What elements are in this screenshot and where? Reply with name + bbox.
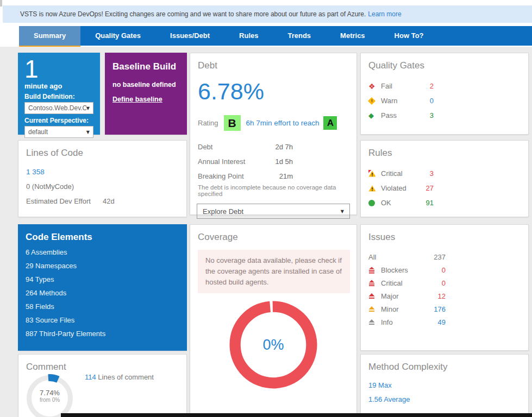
fields-item[interactable]: 58 Fields (26, 302, 187, 311)
fail-row: ❖ Fail 2 (361, 79, 528, 93)
baseline-build-card: Baseline Build no baseline defined Defin… (105, 53, 187, 135)
methods-item[interactable]: 264 Methods (26, 289, 187, 297)
pass-count[interactable]: 3 (410, 111, 434, 119)
card-title: Quality Gates (361, 53, 528, 71)
coverage-donut-chart: 0% (226, 297, 321, 393)
warn-icon: ! (368, 98, 377, 104)
pass-row: ◆ Pass 3 (361, 108, 528, 123)
breaking-point-row: Breaking Point 21m (190, 169, 356, 184)
stat-label: Critical (381, 169, 410, 178)
dev-effort-value: 42d (103, 197, 115, 205)
third-party-item[interactable]: 887 Third-Party Elements (26, 330, 187, 338)
comment-count-label: Lines of comment (96, 373, 154, 381)
card-title: Comment (18, 355, 186, 372)
dev-effort-row: Estimated Dev Effort 42d (26, 197, 186, 205)
method-complexity-card: Method Complexity 19 Max 1.56 Average (360, 354, 529, 417)
effort-to-reach-link[interactable]: 6h 7min effort to reach (246, 119, 320, 127)
coverage-percent: 0% (226, 297, 321, 393)
card-title: Lines of Code (18, 141, 186, 159)
issues-rows: All 237 Blockers 0 (361, 250, 528, 328)
pass-icon: ◆ (368, 111, 377, 119)
rating-label: Rating (198, 119, 218, 127)
coverage-card: Coverage No coverage data available, ple… (190, 224, 357, 414)
critical-issues-row: Critical 0 (361, 276, 528, 289)
comment-count-row: 114 Lines of comment (85, 373, 154, 381)
metric-label: Debt (198, 143, 275, 151)
learn-more-link[interactable]: Learn more (368, 10, 401, 18)
tab-quality-gates[interactable]: Quality Gates (80, 26, 155, 46)
stat-label: Warn (381, 97, 410, 105)
debt-percent: 6.78% (198, 79, 356, 104)
stat-label: Pass (381, 111, 410, 119)
stat-label: Minor (381, 305, 422, 313)
tab-bar: Summary Quality Gates Issues/Debt Rules … (19, 26, 532, 46)
stat-label: OK (381, 199, 410, 207)
ok-rules-count[interactable]: 91 (410, 199, 434, 207)
rating-a-badge: A (323, 116, 337, 130)
lines-of-code-card: Lines of Code 1 358 0 (NotMyCode) Estima… (18, 140, 187, 217)
rules-rows: Critical 3 Violated 27 OK 91 (361, 166, 528, 210)
minor-icon (368, 306, 377, 313)
violated-rules-count[interactable]: 27 (410, 184, 434, 192)
tab-how-to[interactable]: How To? (380, 26, 439, 46)
average-complexity-link[interactable]: 1.56 Average (368, 395, 528, 403)
debt-metrics: Debt 2d 7h Annual Interest 1d 5h Breakin… (190, 140, 356, 184)
info-issues-count[interactable]: 49 (422, 318, 446, 326)
comment-percent: 7.74% (24, 389, 76, 397)
comment-baseline: from 0% (24, 397, 76, 403)
all-issues-row: All 237 (361, 250, 528, 263)
tab-issues-debt[interactable]: Issues/Debt (155, 26, 224, 46)
debt-rating-row: Rating B 6h 7min effort to reach A (198, 115, 356, 131)
chevron-down-icon: ▼ (341, 209, 344, 214)
loc-count-link[interactable]: 1 358 (26, 168, 186, 176)
tab-trends[interactable]: Trends (273, 26, 326, 46)
define-baseline-link[interactable]: Define baseline (112, 96, 162, 103)
metric-value: 21m (279, 172, 293, 180)
explore-debt-dropdown[interactable]: Explore Debt ▼ (197, 204, 350, 219)
announcement-banner: VSTS is now Azure DevOps! Exciting chang… (3, 5, 532, 23)
ok-rules-row: OK 91 (361, 195, 528, 210)
fail-count[interactable]: 2 (410, 82, 434, 90)
max-complexity-link[interactable]: 19 Max (368, 381, 528, 389)
issues-card: Issues All 237 Blockers 0 (360, 224, 529, 351)
minor-issues-row: Minor 176 (361, 302, 528, 315)
source-files-item[interactable]: 83 Source Files (26, 316, 187, 324)
perspective-select[interactable]: default ▼ (24, 126, 93, 138)
tab-summary[interactable]: Summary (19, 26, 80, 46)
chevron-down-icon: ▼ (86, 130, 90, 135)
assemblies-item[interactable]: 6 Assemblies (26, 248, 187, 256)
critical-rules-count[interactable]: 3 (410, 169, 434, 178)
tab-metrics[interactable]: Metrics (326, 26, 380, 46)
namespaces-item[interactable]: 29 Namespaces (26, 262, 187, 270)
build-definition-value: Contoso.Web.Dev.CI (28, 104, 86, 112)
blockers-row: Blockers 0 (361, 263, 528, 276)
warn-count[interactable]: 0 (410, 97, 434, 105)
stat-label: Info (381, 318, 422, 326)
critical-issues-count[interactable]: 0 (422, 279, 446, 287)
comment-donut-label: 7.74% from 0% (24, 389, 76, 403)
dev-effort-label: Estimated Dev Effort (26, 197, 91, 205)
warn-row: ! Warn 0 (361, 93, 528, 108)
fail-icon: ❖ (368, 82, 377, 91)
stat-label: Blockers (381, 266, 422, 274)
card-title: Coverage (190, 225, 356, 243)
quality-gates-card: Quality Gates ❖ Fail 2 ! Warn 0 ◆ Pass 3 (360, 53, 529, 135)
stat-label: Fail (381, 82, 410, 90)
info-icon (368, 319, 377, 326)
coverage-alert: No coverage data available, please check… (198, 250, 350, 293)
all-issues-count[interactable]: 237 (422, 253, 446, 261)
perspective-label: Current Perspective: (24, 117, 93, 124)
comment-donut-chart: 7.74% from 0% (24, 372, 76, 417)
comment-count-link[interactable]: 114 (85, 373, 96, 381)
critical-rule-icon (368, 170, 377, 177)
blocker-icon (368, 267, 377, 274)
build-definition-select[interactable]: Contoso.Web.Dev.CI ▼ (24, 102, 93, 114)
major-issues-count[interactable]: 12 (422, 292, 446, 300)
build-definition-label: Build Definition: (24, 93, 93, 100)
major-icon (368, 293, 377, 300)
minor-issues-count[interactable]: 176 (422, 305, 446, 313)
blockers-count[interactable]: 0 (422, 266, 446, 274)
tab-rules[interactable]: Rules (224, 26, 273, 46)
types-item[interactable]: 94 Types (26, 275, 187, 283)
card-title: Debt (190, 53, 356, 71)
